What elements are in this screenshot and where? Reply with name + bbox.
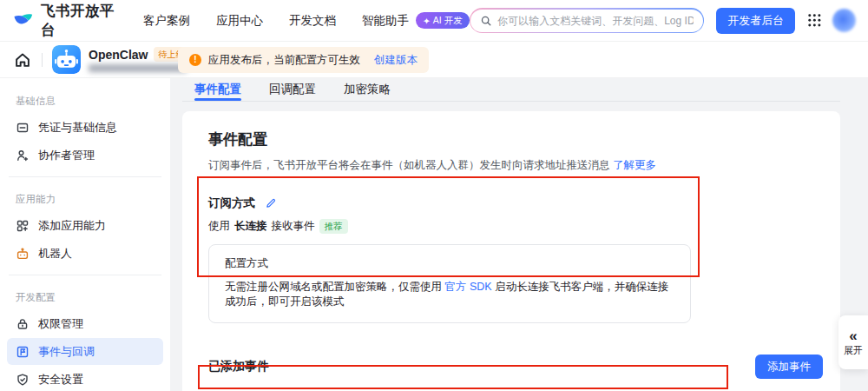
tab-encryption-policy[interactable]: 加密策略 [344, 78, 391, 101]
sidebar-item-permissions[interactable]: 权限管理 [7, 310, 163, 337]
sidebar-item-credentials[interactable]: 凭证与基础信息 [7, 114, 163, 141]
divider [42, 53, 43, 67]
nav-item-docs[interactable]: 开发文档 [289, 13, 336, 29]
brand-name: 飞书开放平台 [41, 2, 121, 40]
sidebar-section-basic: 基础信息 [0, 87, 170, 114]
subscription-method-title: 订阅方式 [208, 196, 255, 211]
sidebar-item-label: 协作者管理 [38, 148, 95, 163]
sidebar-item-collaborators[interactable]: 协作者管理 [7, 142, 163, 169]
sidebar-section-capability: 应用能力 [0, 185, 170, 212]
sidebar-item-label: 权限管理 [38, 316, 83, 332]
create-version-link[interactable]: 创建版本 [374, 53, 418, 68]
ai-dev-badge[interactable]: ✦AI 开发 [416, 12, 470, 29]
page-description: 订阅事件后，飞书开放平台将会在事件（如机器人入群）发生时向请求地址推送消息 了解… [208, 158, 823, 173]
sidebar-item-label: 安全设置 [38, 372, 83, 388]
divider [9, 275, 161, 275]
sidebar-item-security[interactable]: 安全设置 [7, 366, 163, 391]
mode-name: 长连接 [234, 219, 267, 234]
sparkle-icon: ✦ [423, 16, 431, 26]
id-card-icon [16, 121, 30, 135]
top-navigation: 飞书开放平台 客户案例 应用中心 开发文档 智能助手 ✦AI 开发 开发者后台 [0, 0, 868, 42]
config-method-description: 无需注册公网域名或配置加密策略，仅需使用 官方 SDK 启动长连接飞书客户端，并… [225, 280, 674, 309]
app-name: OpenClaw [89, 48, 148, 62]
page-title: 事件配置 [208, 129, 823, 149]
event-flag-icon [16, 345, 30, 359]
learn-more-link[interactable]: 了解更多 [613, 159, 656, 171]
shield-check-icon [16, 373, 30, 387]
lock-icon [16, 317, 30, 331]
home-icon[interactable] [13, 50, 32, 70]
sidebar-item-label: 添加应用能力 [38, 218, 106, 234]
divider [9, 176, 161, 177]
tab-callback-config[interactable]: 回调配置 [269, 78, 316, 101]
user-avatar[interactable] [832, 9, 856, 32]
added-events-header: 已添加事件 添加事件 [208, 355, 823, 379]
robot-icon [16, 247, 30, 261]
user-add-icon [16, 149, 30, 162]
app-header: OpenClaw 待上线 ! 应用发布后，当前配置方可生效 创建版本 [0, 42, 868, 78]
event-config-card: 事件配置 订阅事件后，飞书开放平台将会在事件（如机器人入群）发生时向请求地址推送… [182, 111, 840, 391]
nav-item-assistant[interactable]: 智能助手 [362, 13, 409, 29]
edit-pencil-icon[interactable] [265, 197, 277, 209]
expand-label: 展开 [844, 344, 863, 357]
tab-strip: 事件配置 回调配置 加密策略 [182, 78, 840, 102]
expand-panel-button[interactable]: « 展开 [838, 315, 868, 369]
banner-text: 应用发布后，当前配置方可生效 [208, 53, 360, 68]
sidebar-item-add-capability[interactable]: 添加应用能力 [7, 212, 163, 239]
sidebar-section-dev-config: 开发配置 [0, 283, 170, 310]
sidebar-item-bot[interactable]: 机器人 [7, 240, 163, 267]
app-window: 飞书开放平台 客户案例 应用中心 开发文档 智能助手 ✦AI 开发 开发者后台 [0, 0, 868, 391]
nav-item-app-center[interactable]: 应用中心 [216, 13, 263, 29]
config-method-box: 配置方式 无需注册公网域名或配置加密策略，仅需使用 官方 SDK 启动长连接飞书… [208, 244, 691, 323]
nav-item-cases[interactable]: 客户案例 [143, 13, 190, 29]
recommend-badge: 推荐 [319, 219, 348, 234]
app-avatar-icon [52, 45, 81, 74]
subscription-method-section: 订阅方式 使用 长连接 接收事件 推荐 配置方式 无需注 [208, 196, 823, 323]
config-method-title: 配置方式 [225, 256, 674, 271]
sidebar-item-label: 机器人 [38, 246, 72, 262]
content-area: 事件配置 回调配置 加密策略 事件配置 订阅事件后，飞书开放平台将会在事件（如机… [170, 78, 868, 391]
tab-event-config[interactable]: 事件配置 [194, 78, 241, 101]
grid-add-icon [16, 219, 30, 233]
app-id-redacted [89, 64, 187, 72]
global-search [470, 8, 705, 33]
sidebar-item-events-callbacks[interactable]: 事件与回调 [7, 338, 163, 365]
search-input[interactable] [497, 15, 694, 27]
sidebar-item-label: 凭证与基础信息 [38, 120, 117, 136]
developer-console-button[interactable]: 开发者后台 [716, 8, 795, 34]
feishu-logo-icon [12, 10, 35, 32]
search-icon [480, 15, 492, 27]
warning-icon: ! [189, 54, 201, 66]
added-events-title: 已添加事件 [208, 359, 269, 374]
app-grid-icon[interactable] [807, 13, 822, 29]
chevron-double-left-icon: « [849, 328, 857, 343]
sidebar: 基础信息 凭证与基础信息 协作者管理 应用能力 [0, 78, 170, 391]
main-nav: 客户案例 应用中心 开发文档 智能助手 ✦AI 开发 [143, 12, 470, 29]
sidebar-item-label: 事件与回调 [38, 344, 95, 360]
add-event-button[interactable]: 添加事件 [755, 355, 823, 379]
app-meta: OpenClaw 待上线 [89, 47, 188, 72]
official-sdk-link[interactable]: 官方 SDK [444, 281, 491, 293]
publish-warning-banner: ! 应用发布后，当前配置方可生效 创建版本 [178, 47, 429, 73]
brand-logo[interactable]: 飞书开放平台 [12, 2, 121, 40]
subscription-mode-line: 使用 长连接 接收事件 推荐 [208, 219, 823, 234]
